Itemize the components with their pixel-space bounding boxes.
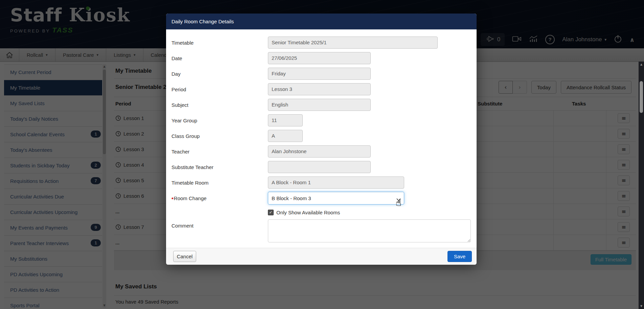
comment-label: Comment [171,219,268,229]
checkbox-label: Only Show Available Rooms [276,210,340,215]
field-input-date: 27/06/2025 [268,52,371,64]
field-row-year-group: Year Group11 [166,113,477,128]
save-button[interactable]: Save [447,251,472,262]
field-label: Timetable Room [171,180,268,186]
field-input-day: Friday [268,68,371,80]
field-input-subject: English [268,99,371,111]
field-label: Subject [171,102,268,108]
field-input-teacher: Alan Johnstone [268,145,371,158]
room-change-modal: Daily Room Change Details TimetableSenio… [166,14,477,265]
modal-body: TimetableSenior Timetable 2025/1Date27/0… [166,29,477,242]
field-row-date: Date27/06/2025 [166,50,477,66]
field-label: Day [171,71,268,77]
field-label: Teacher [171,149,268,154]
field-row-day: DayFriday [166,66,477,81]
field-input-substitute-teacher [268,161,371,173]
field-label: Year Group [171,118,268,123]
mouse-cursor: ☝ [396,197,401,208]
field-input-year-group: 11 [268,114,303,126]
field-row-timetable: TimetableSenior Timetable 2025/1 [166,35,477,50]
field-row-subject: SubjectEnglish [166,97,477,113]
field-row-class-group: Class GroupA [166,128,477,144]
scroll-up-icon[interactable]: ▲ [639,63,644,66]
field-label: Period [171,87,268,92]
field-row-timetable-room: Timetable RoomA Block - Room 1 [166,175,477,190]
field-row-period: PeriodLesson 3 [166,81,477,97]
field-row-substitute-teacher: Substitute Teacher [166,159,477,175]
required-asterisk: * [171,196,174,202]
scroll-down-icon[interactable]: ▼ [639,305,644,308]
room-change-row: *Room Change B Block - Room 3 [166,190,477,206]
field-input-timetable: Senior Timetable 2025/1 [268,37,438,49]
field-label: Class Group [171,133,268,139]
modal-footer: Cancel Save [166,248,477,265]
field-input-period: Lesson 3 [268,83,371,95]
field-label: Substitute Teacher [171,164,268,170]
room-change-select[interactable]: B Block - Room 3 [268,192,404,205]
only-available-rooms-row: ✓ Only Show Available Rooms [268,209,477,216]
field-label: Date [171,55,268,61]
modal-fields: TimetableSenior Timetable 2025/1Date27/0… [166,35,477,190]
cancel-button[interactable]: Cancel [173,251,196,262]
only-available-checkbox[interactable]: ✓ [268,210,274,215]
room-change-label: *Room Change [171,195,268,201]
field-input-class-group: A [268,130,303,142]
scrollbar-thumb[interactable] [640,81,643,113]
field-label: Timetable [171,40,268,46]
window-scrollbar[interactable]: ▲ ▼ [639,62,644,309]
comment-row: Comment [166,219,477,242]
field-row-teacher: TeacherAlan Johnstone [166,144,477,159]
field-input-timetable-room: A Block - Room 1 [268,176,404,189]
modal-title: Daily Room Change Details [166,14,477,29]
comment-textarea[interactable] [268,219,471,242]
